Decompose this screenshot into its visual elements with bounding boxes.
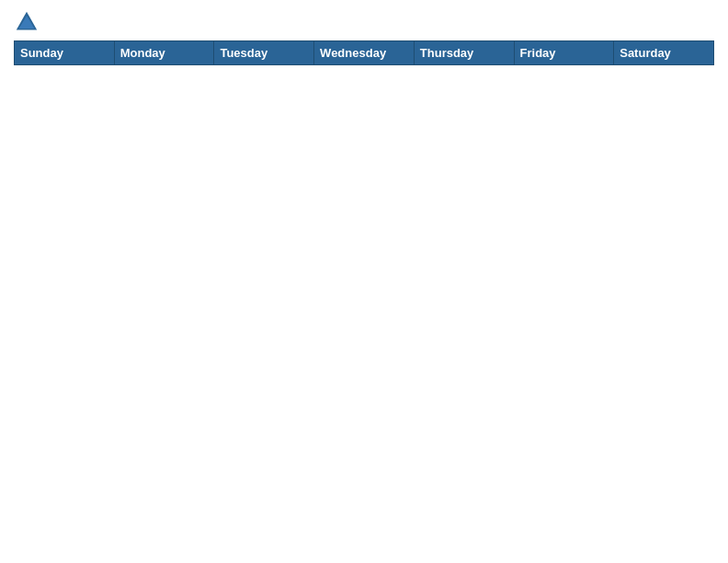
logo (14, 9, 43, 35)
weekday-header: Wednesday (314, 41, 415, 65)
page: SundayMondayTuesdayWednesdayThursdayFrid… (0, 0, 728, 563)
weekday-header: Tuesday (214, 41, 314, 65)
calendar-table: SundayMondayTuesdayWednesdayThursdayFrid… (14, 40, 714, 554)
logo-icon (14, 9, 40, 35)
weekday-header-row: SundayMondayTuesdayWednesdayThursdayFrid… (15, 41, 714, 65)
weekday-header: Monday (114, 41, 214, 65)
header (14, 9, 714, 35)
weekday-header: Thursday (414, 41, 514, 65)
weekday-header: Saturday (614, 41, 714, 65)
weekday-header: Friday (514, 41, 614, 65)
weekday-header: Sunday (15, 41, 115, 65)
